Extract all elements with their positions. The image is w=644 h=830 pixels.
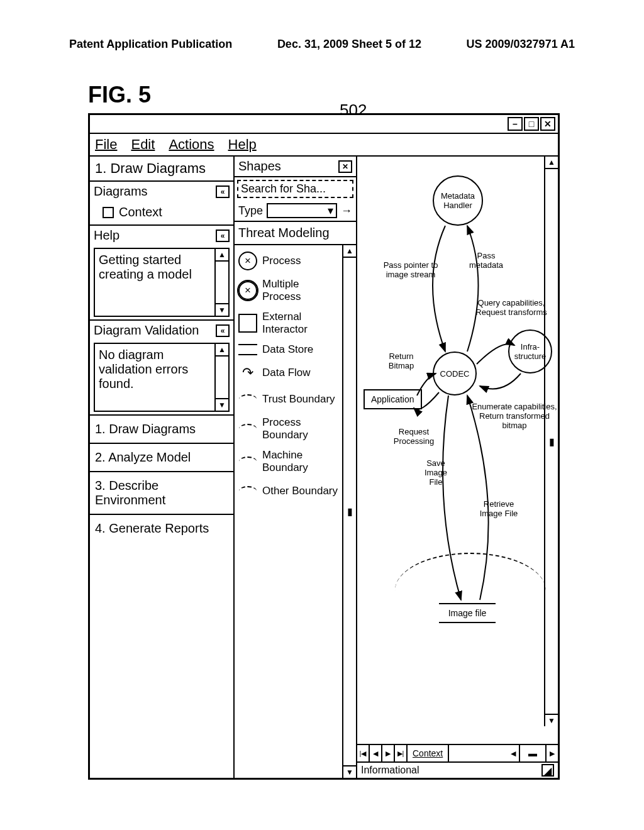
canvas-column: Metadata Handler CODEC Infra-structure A…	[357, 157, 558, 778]
scroll-down-icon[interactable]: ▼	[545, 714, 558, 726]
validation-scroll: No diagram validation errors found. ▲ ▼	[94, 343, 230, 412]
shape-data-flow[interactable]: Data Flow	[237, 360, 340, 386]
shape-trust-boundary[interactable]: Trust Boundary	[237, 386, 340, 412]
tab-last-icon[interactable]: ▶|	[395, 745, 408, 761]
data-store-icon	[238, 344, 257, 355]
scroll-down-icon[interactable]: ▼	[343, 765, 356, 778]
other-boundary-icon	[238, 482, 257, 501]
shapes-column: Shapes ✕ Search for Sha... Type ▾ → Thre…	[235, 157, 357, 778]
diagram-canvas[interactable]: Metadata Handler CODEC Infra-structure A…	[357, 157, 558, 744]
collapse-icon[interactable]: «	[216, 185, 230, 198]
hscroll-left-icon[interactable]: ◀	[508, 745, 520, 761]
help-panel: Help « Getting started creating a model …	[90, 226, 233, 321]
collapse-icon[interactable]: «	[216, 324, 230, 337]
scroll-down-icon[interactable]: ▼	[216, 303, 228, 316]
nav-generate-reports[interactable]: 4. Generate Reports	[90, 514, 233, 542]
multiple-process-icon: ×	[238, 281, 257, 300]
context-item[interactable]: Context	[103, 205, 228, 219]
shape-label: External Interactor	[262, 311, 338, 336]
scroll-thumb[interactable]: ▮	[545, 169, 558, 714]
canvas-vscroll[interactable]: ▲ ▮ ▼	[544, 157, 558, 726]
arrow-icon: →	[341, 204, 352, 218]
nav-list: 1. Draw Diagrams 2. Analyze Model 3. Des…	[90, 416, 233, 542]
search-input[interactable]: Search for Sha...	[237, 180, 353, 198]
close-icon[interactable]: ✕	[338, 160, 352, 173]
nav-draw-diagrams[interactable]: 1. Draw Diagrams	[90, 416, 233, 443]
scroll-up-icon[interactable]: ▲	[545, 157, 558, 169]
process-icon: ×	[238, 252, 257, 270]
scroll-up-icon[interactable]: ▲	[343, 245, 356, 258]
tab-first-icon[interactable]: |◀	[357, 745, 370, 761]
status-text: Informational	[361, 765, 419, 776]
shape-process-boundary[interactable]: Process Boundary	[237, 412, 340, 445]
shapes-items: × Process × Multiple Process External In…	[235, 245, 342, 778]
resize-grip-icon[interactable]: ◢	[541, 764, 554, 777]
maximize-button[interactable]: □	[524, 117, 539, 131]
shape-label: Trust Boundary	[262, 393, 335, 406]
menu-file[interactable]: File	[95, 136, 117, 153]
node-label: Application	[371, 394, 414, 404]
shape-external-interactor[interactable]: External Interactor	[237, 307, 340, 340]
shape-label: Multiple Process	[262, 278, 338, 303]
statusbar: Informational ◢	[357, 761, 558, 778]
diagrams-title: Diagrams	[94, 184, 148, 199]
header-right: US 2009/0327971 A1	[467, 38, 575, 51]
scrollbar[interactable]: ▲ ▼	[214, 344, 228, 411]
validation-title: Diagram Validation	[94, 323, 199, 338]
scroll-up-icon[interactable]: ▲	[216, 344, 228, 357]
label-request-proc: Request Processing	[389, 427, 439, 446]
node-application[interactable]: Application	[364, 389, 422, 409]
shape-other-boundary[interactable]: Other Boundary	[237, 478, 340, 504]
label-save-img: Save Image File	[420, 458, 452, 487]
scrollbar[interactable]: ▲ ▼	[214, 249, 228, 316]
node-label: Metadata Handler	[434, 191, 482, 210]
minimize-button[interactable]: –	[508, 117, 523, 131]
type-dropdown[interactable]: ▾	[267, 203, 337, 218]
help-text: Getting started creating a model	[95, 249, 214, 316]
shape-machine-boundary[interactable]: Machine Boundary	[237, 445, 340, 478]
help-scroll: Getting started creating a model ▲ ▼	[94, 248, 230, 317]
canvas-tab-row: |◀ ◀ ▶ ▶| Context ◀ ▬ ▶	[357, 744, 558, 761]
shape-label: Process Boundary	[262, 416, 338, 441]
menu-help[interactable]: Help	[228, 136, 257, 153]
external-interactor-icon	[238, 314, 257, 333]
collapse-icon[interactable]: «	[216, 230, 230, 242]
shape-multiple-process[interactable]: × Multiple Process	[237, 274, 340, 307]
header-left: Patent Application Publication	[69, 38, 232, 51]
node-label: CODEC	[440, 369, 470, 379]
chevron-down-icon: ▾	[328, 204, 333, 218]
scroll-thumb[interactable]: ▬	[520, 748, 545, 758]
flow-arrows	[357, 157, 558, 744]
scroll-thumb[interactable]: ▮	[343, 258, 356, 765]
node-codec[interactable]: CODEC	[433, 351, 477, 396]
nav-analyze-model[interactable]: 2. Analyze Model	[90, 443, 233, 471]
shape-data-store[interactable]: Data Store	[237, 340, 340, 360]
tab-context[interactable]: Context	[408, 745, 449, 761]
shape-process[interactable]: × Process	[237, 248, 340, 274]
label-return-bitmap: Return Bitmap	[376, 351, 426, 370]
shape-label: Machine Boundary	[262, 449, 338, 474]
nav-describe-environment[interactable]: 3. Describe Environment	[90, 471, 233, 514]
checkbox-icon[interactable]	[103, 207, 114, 218]
type-label: Type	[238, 204, 263, 218]
trust-boundary[interactable]	[395, 553, 546, 628]
label-retrieve-img: Retrieve Image File	[474, 499, 524, 518]
tab-next-icon[interactable]: ▶	[382, 745, 395, 761]
trust-boundary-icon	[238, 390, 257, 409]
close-button[interactable]: ✕	[540, 117, 555, 131]
page-header: Patent Application Publication Dec. 31, …	[0, 0, 644, 64]
scroll-up-icon[interactable]: ▲	[216, 249, 228, 262]
shape-label: Data Store	[262, 343, 313, 356]
shapes-scrollbar[interactable]: ▲ ▮ ▼	[342, 245, 356, 778]
hscroll-right-icon[interactable]: ▶	[545, 745, 558, 761]
label-pass-pointer: Pass pointer to image stream	[376, 260, 445, 279]
data-flow-icon	[238, 363, 257, 382]
context-label: Context	[119, 205, 162, 219]
menu-edit[interactable]: Edit	[131, 136, 155, 153]
menu-actions[interactable]: Actions	[169, 136, 214, 153]
figure-label: FIG. 5	[88, 82, 151, 108]
scroll-down-icon[interactable]: ▼	[216, 398, 228, 411]
tab-prev-icon[interactable]: ◀	[370, 745, 382, 761]
shape-label: Data Flow	[262, 367, 311, 379]
node-metadata-handler[interactable]: Metadata Handler	[433, 175, 483, 226]
